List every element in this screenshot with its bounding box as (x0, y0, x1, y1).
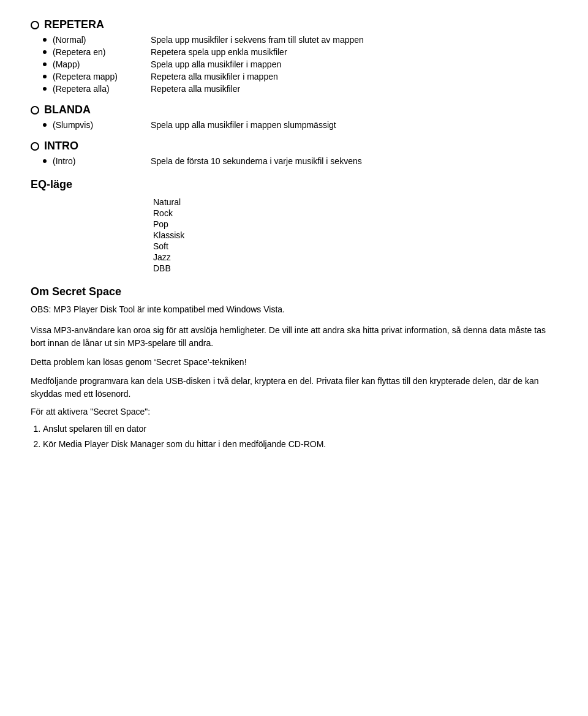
repetera-label-4: (Repetera alla) (53, 84, 151, 94)
blanda-label-0: (Slumpvis) (53, 120, 151, 130)
eq-item-0: Natural (153, 197, 557, 207)
repetera-desc-4: Repetera alla musikfiler (151, 84, 557, 94)
repetera-title: REPETERA (44, 18, 104, 31)
bullet-dot-icon (43, 75, 47, 78)
repetera-item-1: (Repetera en) Repetera spela upp enkla m… (31, 47, 557, 57)
om-section: Om Secret Space OBS: MP3 Player Disk Too… (31, 285, 557, 451)
eq-item-2: Pop (153, 219, 557, 229)
obs-text: OBS: MP3 Player Disk Tool är inte kompat… (31, 304, 557, 314)
repetera-section: REPETERA (Normal) Spela upp musikfiler i… (31, 18, 557, 94)
repetera-label-3: (Repetera mapp) (53, 72, 151, 81)
step-2: Kör Media Player Disk Manager som du hit… (43, 438, 557, 451)
blanda-circle-icon (31, 106, 39, 115)
intro-circle-icon (31, 142, 39, 151)
om-title: Om Secret Space (31, 285, 557, 298)
bullet-dot-icon (43, 87, 47, 91)
blanda-desc-0: Spela upp alla musikfiler i mappen slump… (151, 120, 557, 130)
bullet-dot-icon (43, 159, 47, 163)
activation-title: För att aktivera "Secret Space": (31, 407, 557, 416)
blanda-item-0: (Slumpvis) Spela upp alla musikfiler i m… (31, 120, 557, 130)
intro-desc-0: Spela de första 10 sekunderna i varje mu… (151, 156, 557, 166)
om-paragraph-2: Medföljande programvara kan dela USB-dis… (31, 375, 557, 401)
intro-section: INTRO (Intro) Spela de första 10 sekunde… (31, 140, 557, 166)
eq-item-1: Rock (153, 208, 557, 218)
om-paragraph-0: Vissa MP3-användare kan oroa sig för att… (31, 324, 557, 350)
repetera-item-3: (Repetera mapp) Repetera alla musikfiler… (31, 72, 557, 81)
intro-title: INTRO (44, 140, 78, 153)
bullet-dot-icon (43, 38, 47, 42)
repetera-label-2: (Mapp) (53, 59, 151, 69)
eq-item-5: Jazz (153, 252, 557, 262)
eq-item-3: Klassisk (153, 230, 557, 240)
blanda-section: BLANDA (Slumpvis) Spela upp alla musikfi… (31, 104, 557, 130)
repetera-desc-3: Repetera alla musikfiler i mappen (151, 72, 557, 81)
blanda-title: BLANDA (44, 104, 91, 116)
activation-steps: Anslut spelaren till en dator Kör Media … (31, 423, 557, 451)
om-paragraph-1: Detta problem kan lösas genom ‘Secret Sp… (31, 356, 557, 369)
repetera-item-0: (Normal) Spela upp musikfiler i sekvens … (31, 35, 557, 45)
eq-item-4: Soft (153, 241, 557, 251)
eq-items-list: Natural Rock Pop Klassisk Soft Jazz DBB (31, 197, 557, 273)
step-1: Anslut spelaren till en dator (43, 423, 557, 435)
bullet-dot-icon (43, 50, 47, 54)
intro-item-0: (Intro) Spela de första 10 sekunderna i … (31, 156, 557, 166)
repetera-label-1: (Repetera en) (53, 47, 151, 57)
repetera-label-0: (Normal) (53, 35, 151, 45)
repetera-item-4: (Repetera alla) Repetera alla musikfiler (31, 84, 557, 94)
eq-title: EQ-läge (31, 178, 557, 191)
bullet-dot-icon (43, 62, 47, 66)
repetera-item-2: (Mapp) Spela upp alla musikfiler i mappe… (31, 59, 557, 69)
repetera-desc-1: Repetera spela upp enkla musikfiler (151, 47, 557, 57)
repetera-desc-2: Spela upp alla musikfiler i mappen (151, 59, 557, 69)
eq-section: EQ-läge Natural Rock Pop Klassisk Soft J… (31, 178, 557, 273)
bullet-dot-icon (43, 123, 47, 127)
intro-label-0: (Intro) (53, 156, 151, 166)
eq-item-6: DBB (153, 263, 557, 273)
repetera-desc-0: Spela upp musikfiler i sekvens fram till… (151, 35, 557, 45)
repetera-circle-icon (31, 21, 39, 29)
